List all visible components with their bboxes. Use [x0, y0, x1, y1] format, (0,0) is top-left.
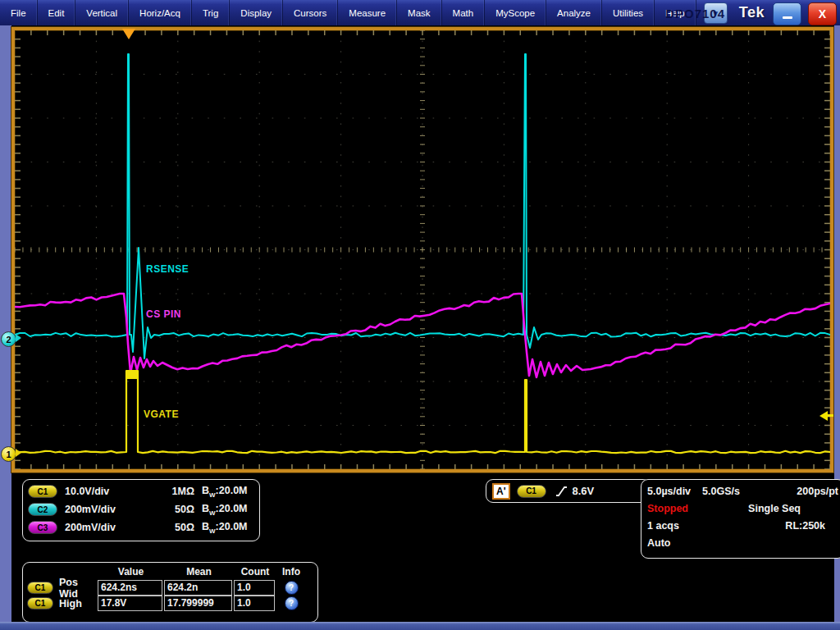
channel2-badge[interactable]: C2: [28, 503, 57, 516]
channel2-marker[interactable]: 2: [1, 331, 16, 347]
channel1-impedance: 1MΩ: [157, 486, 194, 497]
record-length: RL:250k: [785, 520, 825, 532]
menu-analyze[interactable]: Analyze: [546, 0, 602, 25]
meas-row1-count: 1.0: [234, 580, 275, 596]
acquisition-count: 1 acqs: [647, 520, 679, 532]
trace-label-rsense: RSENSE: [146, 263, 189, 275]
trace-c1-pulse-cap: [126, 371, 138, 379]
channel2-bandwidth: BW:20.0M: [202, 503, 248, 517]
sample-resolution: 200ps/pt: [797, 486, 838, 497]
meas-header-info: Info: [276, 564, 306, 580]
channel3-badge[interactable]: C3: [28, 521, 57, 534]
channel3-row[interactable]: C3 200mV/div 50Ω BW:20.0M: [28, 518, 253, 536]
timebase-scale: 5.0µs/div: [647, 486, 691, 497]
channel3-impedance: 50Ω: [157, 522, 194, 533]
graticule: RSENSE CS PIN VGATE: [11, 27, 833, 472]
menu-edit[interactable]: Edit: [38, 0, 76, 25]
meas-header-mean: Mean: [164, 564, 234, 580]
trigger-level-tail: [827, 414, 833, 417]
info-icon[interactable]: ?: [285, 596, 299, 610]
trigger-panel[interactable]: A' C1 8.6V: [486, 479, 651, 503]
menu-cursors[interactable]: Cursors: [283, 0, 338, 25]
meas-row1-mean: 624.2n: [164, 580, 232, 596]
meas-row2-name: C1 High: [27, 597, 98, 609]
menu-math[interactable]: Math: [442, 0, 486, 25]
menu-bar: File Edit Vertical Horiz/Acq Trig Displa…: [0, 0, 840, 26]
meas-row1-value: 624.2ns: [98, 580, 162, 596]
channel-settings-panel: C1 10.0V/div 1MΩ BW:20.0M C2 200mV/div 5…: [22, 479, 260, 541]
channel2-row[interactable]: C2 200mV/div 50Ω BW:20.0M: [28, 500, 253, 518]
meas-row1-source-badge[interactable]: C1: [27, 582, 53, 594]
acquisition-panel: 5.0µs/div 5.0GS/s 200ps/pt Stopped Singl…: [641, 479, 840, 559]
trace-c1: [15, 371, 830, 453]
trigger-mode: Auto: [647, 537, 670, 549]
menu-mask[interactable]: Mask: [397, 0, 441, 25]
meas-row2-source-badge[interactable]: C1: [27, 597, 53, 609]
left-border: [0, 25, 11, 630]
sample-rate: 5.0GS/s: [702, 486, 740, 497]
meas-header-count: Count: [234, 564, 276, 580]
trigger-position-icon[interactable]: [122, 29, 135, 39]
close-button[interactable]: X: [808, 2, 837, 25]
menu-display[interactable]: Display: [230, 0, 283, 25]
channel1-row[interactable]: C1 10.0V/div 1MΩ BW:20.0M: [28, 482, 253, 500]
channel2-marker-arrow-icon: [16, 334, 21, 342]
channel3-scale: 200mV/div: [65, 522, 157, 533]
meas-header-value: Value: [98, 564, 164, 580]
channel1-bandwidth: BW:20.0M: [202, 485, 248, 499]
menu-horiz-acq[interactable]: Horiz/Acq: [129, 0, 192, 25]
channel3-bandwidth: BW:20.0M: [202, 521, 248, 535]
menu-utilities[interactable]: Utilities: [602, 0, 655, 25]
channel1-marker[interactable]: 1: [1, 446, 16, 462]
close-icon: X: [819, 7, 826, 21]
channel1-marker-arrow-icon: [16, 449, 21, 457]
channel1-badge[interactable]: C1: [28, 485, 57, 498]
channel1-scale: 10.0V/div: [65, 486, 157, 497]
trace-label-cspin: CS PIN: [146, 308, 181, 320]
info-icon[interactable]: ?: [285, 581, 299, 595]
menu-vertical[interactable]: Vertical: [75, 0, 129, 25]
trigger-source-badge[interactable]: C1: [517, 485, 546, 498]
trace-label-vgate: VGATE: [144, 409, 179, 420]
measurement-panel: Value Mean Count Info C1 Pos Wid 624.2ns…: [22, 562, 318, 623]
channel2-scale: 200mV/div: [65, 504, 157, 515]
menu-trig[interactable]: Trig: [192, 0, 230, 25]
oscilloscope-screen: File Edit Vertical Horiz/Acq Trig Displa…: [0, 0, 840, 630]
menu-measure[interactable]: Measure: [338, 0, 397, 25]
model-label: DPO7104: [665, 7, 725, 21]
rising-edge-icon: [555, 485, 568, 498]
menu-file[interactable]: File: [0, 0, 38, 25]
minimize-icon: [783, 16, 792, 19]
channel2-impedance: 50Ω: [157, 504, 194, 515]
tek-logo: Tek: [739, 4, 765, 21]
waveform-plot: [15, 30, 830, 469]
meas-row2-count: 1.0: [234, 596, 275, 611]
acquisition-mode: Single Seq: [748, 503, 801, 514]
acquisition-status: Stopped: [647, 503, 688, 514]
meas-row1-name: C1 Pos Wid: [27, 577, 98, 600]
trigger-a-badge: A': [492, 483, 510, 500]
bottom-taskbar-strip: [0, 622, 840, 630]
menu-myscope[interactable]: MyScope: [485, 0, 546, 25]
trigger-level-value: 8.6V: [573, 485, 595, 497]
meas-row2-value: 17.8V: [98, 596, 162, 611]
minimize-button[interactable]: [773, 2, 801, 25]
meas-row2-mean: 17.799999: [164, 596, 232, 611]
